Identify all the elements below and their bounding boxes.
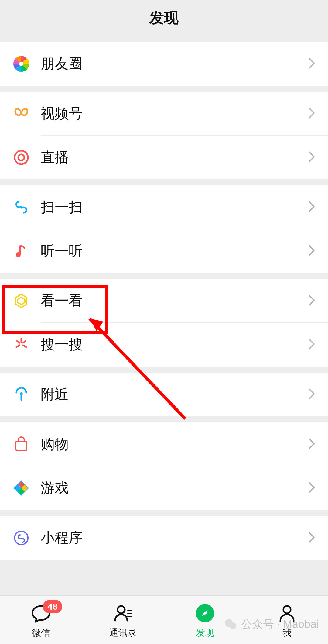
row-search[interactable]: 搜一搜	[0, 323, 328, 367]
tab-label: 发现	[196, 627, 214, 639]
group-moments: 朋友圈	[0, 42, 328, 86]
chevron-right-icon	[307, 337, 316, 352]
chevron-right-icon	[307, 57, 316, 71]
row-label: 搜一搜	[41, 335, 307, 354]
chevron-right-icon	[307, 200, 316, 215]
group-video: 视频号 直播	[0, 92, 328, 179]
row-shopping[interactable]: 购物	[0, 422, 328, 466]
svg-point-1	[15, 151, 28, 164]
person-icon	[277, 603, 297, 624]
chevron-right-icon	[307, 244, 316, 258]
nearby-icon	[13, 386, 30, 403]
group-scan: 扫一扫 听一听	[0, 185, 328, 273]
row-label: 看一看	[41, 291, 307, 310]
row-label: 扫一扫	[41, 198, 307, 217]
svg-point-23	[118, 606, 125, 613]
group-read-search: 看一看 搜一搜	[0, 279, 328, 367]
group-miniprograms: 小程序	[0, 516, 328, 560]
topstories-icon	[13, 292, 30, 309]
chevron-right-icon	[307, 387, 316, 402]
tab-label: 通讯录	[109, 627, 137, 639]
chat-bubble-icon: 48	[31, 603, 51, 624]
svg-line-10	[23, 341, 26, 343]
row-label: 附近	[41, 385, 307, 404]
svg-marker-5	[18, 297, 25, 305]
row-channels[interactable]: 视频号	[0, 92, 328, 136]
chevron-right-icon	[307, 437, 316, 452]
chevron-right-icon	[307, 150, 316, 165]
row-label: 游戏	[41, 479, 307, 498]
svg-line-8	[23, 345, 26, 347]
tab-contacts[interactable]: 通讯录	[82, 596, 164, 644]
tab-chats[interactable]: 48 微信	[0, 596, 82, 644]
tab-discover[interactable]: 发现	[164, 596, 246, 644]
row-nearby[interactable]: 附近	[0, 373, 328, 416]
discover-list: 朋友圈 视频号	[0, 36, 328, 595]
row-scan[interactable]: 扫一扫	[0, 185, 328, 229]
svg-point-0	[19, 62, 23, 66]
channels-icon	[13, 105, 30, 122]
music-note-icon	[13, 243, 30, 260]
row-label: 直播	[41, 148, 307, 167]
row-label: 购物	[41, 435, 307, 454]
tab-me[interactable]: 我	[246, 596, 328, 644]
svg-point-2	[18, 154, 24, 160]
chevron-right-icon	[307, 294, 316, 308]
row-label: 听一听	[41, 242, 307, 260]
svg-rect-13	[16, 441, 27, 450]
games-icon	[13, 480, 30, 497]
tab-bar: 48 微信 通讯录 发现	[0, 595, 328, 644]
tab-label: 微信	[32, 627, 50, 639]
row-live[interactable]: 直播	[0, 136, 328, 179]
tab-label: 我	[282, 627, 292, 639]
moments-icon	[13, 55, 30, 72]
shopping-bag-icon	[13, 436, 30, 453]
row-label: 小程序	[41, 529, 307, 547]
svg-line-7	[16, 345, 19, 347]
row-label: 朋友圈	[41, 54, 307, 73]
svg-point-29	[283, 606, 291, 613]
svg-point-3	[16, 252, 21, 257]
chevron-right-icon	[307, 106, 316, 121]
row-label: 视频号	[41, 104, 307, 123]
scan-icon	[13, 199, 30, 216]
group-shopping-games: 购物 游戏	[0, 422, 328, 510]
unread-badge: 48	[43, 600, 62, 613]
row-games[interactable]: 游戏	[0, 466, 328, 510]
page-title: 发现	[149, 8, 179, 28]
row-moments[interactable]: 朋友圈	[0, 42, 328, 86]
chevron-right-icon	[307, 481, 316, 495]
header: 发现	[0, 0, 328, 36]
compass-icon	[195, 603, 215, 624]
row-topstories[interactable]: 看一看	[0, 279, 328, 323]
row-listen[interactable]: 听一听	[0, 229, 328, 273]
contacts-icon	[113, 603, 133, 624]
row-miniprograms[interactable]: 小程序	[0, 516, 328, 560]
chevron-right-icon	[307, 531, 316, 545]
search-burst-icon	[13, 336, 30, 353]
miniprogram-icon	[13, 529, 30, 546]
group-nearby: 附近	[0, 373, 328, 416]
svg-line-9	[17, 341, 19, 343]
live-icon	[13, 149, 30, 166]
